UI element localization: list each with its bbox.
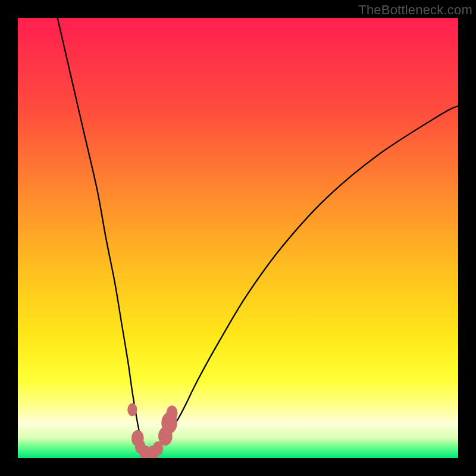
bottleneck-curve bbox=[18, 18, 458, 458]
curve-path bbox=[58, 18, 458, 454]
watermark-text: TheBottleneck.com bbox=[358, 2, 472, 18]
marker-dot bbox=[166, 406, 177, 421]
chart-frame: TheBottleneck.com bbox=[0, 0, 476, 476]
marker-dot bbox=[127, 403, 137, 416]
curve-markers bbox=[127, 403, 177, 458]
plot-area bbox=[18, 18, 458, 458]
